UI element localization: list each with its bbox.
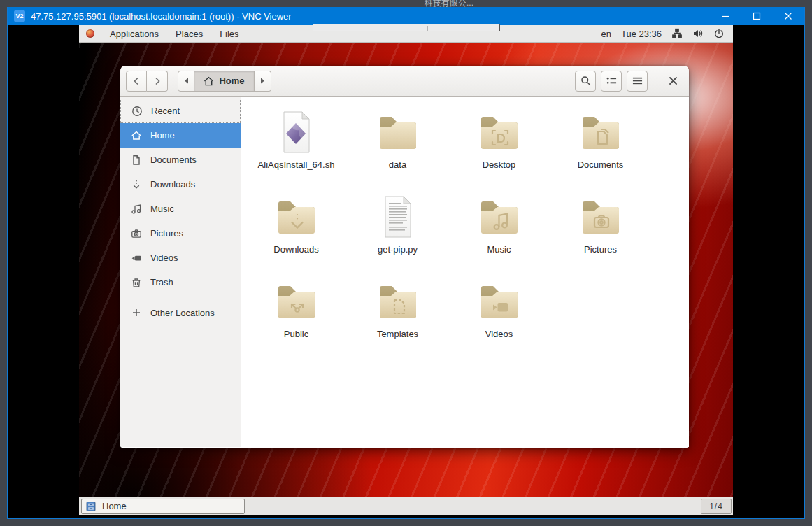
vnc-collapsed-toolbar[interactable] xyxy=(313,24,500,31)
sidebar-label: Trash xyxy=(150,277,173,287)
file-name: get-pip.py xyxy=(378,244,418,255)
file-item-desktop[interactable]: Desktop xyxy=(448,110,550,194)
keyboard-layout-indicator[interactable]: en xyxy=(601,29,611,39)
current-location-label: Home xyxy=(219,76,244,86)
file-name: Pictures xyxy=(584,244,617,255)
sidebar-label: Downloads xyxy=(150,179,195,190)
files-headerbar[interactable]: Home xyxy=(120,66,689,97)
clock[interactable]: Tue 23:36 xyxy=(621,29,662,39)
sidebar-item-home[interactable]: Home xyxy=(120,123,241,148)
file-item-videos[interactable]: Videos xyxy=(448,279,550,364)
folder-share-icon xyxy=(274,279,319,324)
sidebar-item-other-locations[interactable]: Other Locations xyxy=(120,299,241,326)
folder-documents-icon xyxy=(578,110,623,155)
folder-icon xyxy=(376,110,420,155)
hamburger-menu-icon xyxy=(632,77,643,85)
sidebar-separator xyxy=(120,297,241,297)
search-button[interactable] xyxy=(575,71,596,92)
sidebar-label: Videos xyxy=(150,253,178,263)
close-files-window-button[interactable] xyxy=(665,73,681,89)
recent-icon xyxy=(131,106,143,117)
file-item-public[interactable]: Public xyxy=(245,279,347,364)
window-list-taskbar: Home 1/4 xyxy=(79,497,733,515)
sidebar-item-documents[interactable]: Documents xyxy=(120,148,241,172)
view-toggle-button[interactable] xyxy=(601,71,622,92)
file-name: Documents xyxy=(578,159,624,170)
sidebar-label: Music xyxy=(150,204,174,214)
host-window-caption: 科技有限公... xyxy=(425,0,473,7)
home-icon xyxy=(204,76,214,86)
sidebar-item-downloads[interactable]: Downloads xyxy=(120,172,241,197)
sidebar-item-videos[interactable]: Videos xyxy=(120,246,241,270)
vnc-window-title: 47.75.127.95:5901 (localhost.localdomain… xyxy=(31,11,292,22)
places-sidebar: Recent Home xyxy=(120,97,241,447)
file-item-templates[interactable]: Templates xyxy=(347,279,448,364)
file-item-aliaqsinstall[interactable]: AliAqsInstall_64.sh xyxy=(245,110,347,194)
file-manager-icon xyxy=(85,501,97,512)
path-bar: Home xyxy=(178,71,271,92)
shell-script-icon xyxy=(274,110,319,155)
music-icon xyxy=(131,204,142,215)
close-icon xyxy=(669,76,678,85)
remote-desktop: Applications Places Files en Tue 23:36 xyxy=(79,25,733,515)
minimize-button[interactable] xyxy=(709,7,741,25)
forward-button[interactable] xyxy=(147,71,168,92)
path-scroll-left-button[interactable] xyxy=(178,71,194,92)
plus-icon xyxy=(131,307,142,318)
file-name: Templates xyxy=(377,329,418,339)
file-name: Downloads xyxy=(273,244,318,255)
file-name: Videos xyxy=(485,329,513,339)
file-name: Public xyxy=(284,329,308,339)
menu-places[interactable]: Places xyxy=(167,25,211,43)
folder-videos-icon xyxy=(477,279,522,324)
power-icon[interactable] xyxy=(713,28,725,39)
vnc-client-area: Applications Places Files en Tue 23:36 xyxy=(8,25,804,516)
sidebar-item-music[interactable]: Music xyxy=(120,197,241,221)
toolbar-separator xyxy=(427,26,428,31)
file-name: Desktop xyxy=(483,159,516,170)
video-camera-icon xyxy=(131,253,142,264)
menu-files[interactable]: Files xyxy=(211,25,247,43)
file-name: data xyxy=(389,159,406,170)
folder-pictures-icon xyxy=(578,194,623,239)
volume-icon[interactable] xyxy=(692,28,704,39)
file-item-pictures[interactable]: Pictures xyxy=(550,194,651,279)
taskbar-window-button-home[interactable]: Home xyxy=(81,499,245,514)
sidebar-label: Other Locations xyxy=(150,308,215,318)
folder-desktop-icon xyxy=(477,110,522,155)
folder-templates-icon xyxy=(376,279,420,324)
file-grid: AliAqsInstall_64.sh data xyxy=(241,97,689,447)
network-icon[interactable] xyxy=(671,28,683,39)
maximize-button[interactable] xyxy=(741,7,772,25)
sidebar-item-pictures[interactable]: Pictures xyxy=(120,221,241,246)
file-item-documents[interactable]: Documents xyxy=(550,110,651,194)
vnc-logo-icon: V2 xyxy=(14,10,25,22)
folder-music-icon xyxy=(477,194,522,239)
back-button[interactable] xyxy=(126,71,147,92)
toolbar-separator xyxy=(385,26,385,31)
file-item-data[interactable]: data xyxy=(347,110,448,194)
vnc-titlebar[interactable]: V2 47.75.127.95:5901 (localhost.localdom… xyxy=(8,7,804,25)
path-home-button[interactable]: Home xyxy=(194,71,255,92)
sidebar-item-trash[interactable]: Trash xyxy=(120,270,241,294)
view-list-icon xyxy=(606,76,617,85)
window-menu-button[interactable] xyxy=(627,71,648,92)
applications-menu-icon xyxy=(86,29,94,38)
screenshot-root: 科技有限公... V2 47.75.127.95:5901 (localhost… xyxy=(0,0,812,526)
file-item-music[interactable]: Music xyxy=(448,194,550,279)
sidebar-label: Documents xyxy=(150,155,197,165)
sidebar-item-recent[interactable]: Recent xyxy=(120,99,241,123)
document-icon xyxy=(131,155,142,166)
close-window-button[interactable] xyxy=(772,7,804,25)
path-scroll-right-button[interactable] xyxy=(255,71,271,92)
text-file-icon xyxy=(376,194,420,239)
camera-icon xyxy=(131,228,142,239)
sidebar-label: Pictures xyxy=(150,228,183,239)
menu-applications[interactable]: Applications xyxy=(101,25,167,43)
workspace-switcher[interactable]: 1/4 xyxy=(701,499,732,514)
file-item-get-pip[interactable]: get-pip.py xyxy=(347,194,448,279)
trash-icon xyxy=(131,277,142,288)
file-item-downloads[interactable]: Downloads xyxy=(245,194,347,279)
search-icon xyxy=(580,76,591,86)
taskbar-button-label: Home xyxy=(102,501,127,511)
